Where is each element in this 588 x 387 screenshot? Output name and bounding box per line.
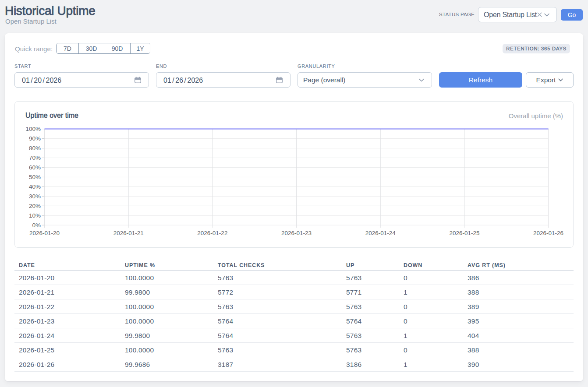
svg-text:2026-01-23: 2026-01-23: [281, 230, 312, 236]
svg-text:60%: 60%: [29, 164, 41, 171]
svg-text:80%: 80%: [29, 145, 41, 151]
svg-text:2026-01-20: 2026-01-20: [29, 230, 60, 236]
svg-text:70%: 70%: [29, 155, 41, 161]
svg-text:90%: 90%: [29, 135, 41, 142]
svg-text:20%: 20%: [29, 203, 41, 209]
svg-text:100%: 100%: [25, 126, 41, 132]
svg-text:2026-01-24: 2026-01-24: [365, 230, 396, 236]
svg-text:2026-01-25: 2026-01-25: [449, 230, 479, 236]
svg-text:30%: 30%: [29, 193, 41, 200]
svg-text:2026-01-26: 2026-01-26: [533, 230, 563, 236]
svg-text:10%: 10%: [29, 212, 41, 219]
svg-text:50%: 50%: [29, 174, 41, 180]
svg-text:0%: 0%: [32, 222, 41, 229]
svg-text:2026-01-22: 2026-01-22: [197, 230, 227, 236]
svg-text:40%: 40%: [29, 183, 41, 190]
svg-text:2026-01-21: 2026-01-21: [113, 230, 144, 236]
